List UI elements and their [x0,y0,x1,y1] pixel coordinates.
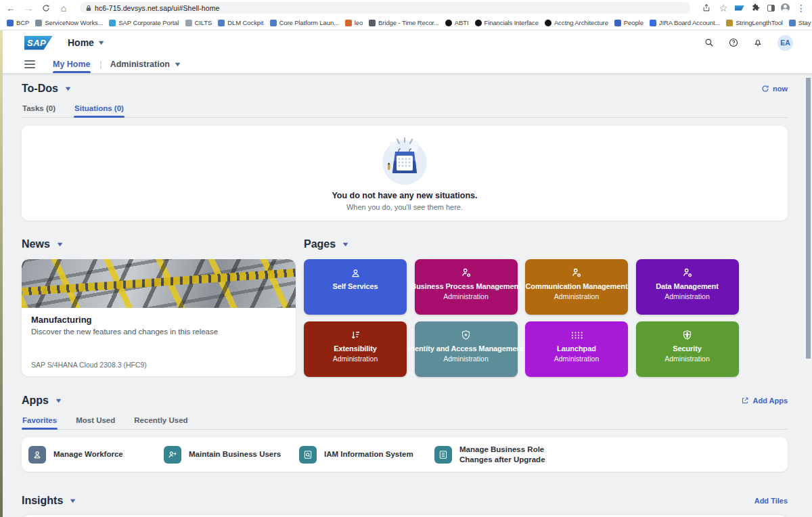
desktop-edge-strip [0,30,3,517]
app-maintain-business-users[interactable]: Maintain Business Users [164,446,299,464]
bookmark-favicon [345,20,352,26]
add-tiles-button[interactable]: Add Tiles [754,497,788,505]
person-gear-icon [461,267,472,279]
user-avatar[interactable]: EA [777,35,793,51]
tile-security[interactable]: Security Administration [636,321,739,377]
page-content: To-Dos ▼ now Tasks (0) Situations (0) [0,73,812,517]
bookmark-favicon [270,20,277,26]
sap-extension-icon[interactable] [735,5,744,11]
todos-section-title[interactable]: To-Dos ▼ [22,83,71,95]
browser-profile-icon[interactable] [781,3,790,12]
tab-tasks[interactable]: Tasks (0) [22,102,56,117]
tile-data-management[interactable]: Data Management Administration [636,259,739,315]
bookmark-favicon [789,20,796,26]
person-gear-icon [571,267,582,279]
side-panel-icon[interactable] [767,5,775,12]
add-apps-icon [741,397,749,405]
app-manage-business-role-changes[interactable]: Manage Business Role Changes after Upgra… [434,445,570,464]
shell-tab-administration[interactable]: Administration ▼ [110,55,181,73]
sort-icon [350,329,361,341]
browser-actions: ☆ ⋮ [701,3,807,14]
chevron-down-icon: ▼ [64,85,72,92]
shell-header: SAP Home ▼ EA My Home [0,30,812,73]
tile-business-process-management[interactable]: Business Process Management Administrati… [415,259,518,315]
empty-state-subtitle: When you do, you'll see them here. [346,203,463,211]
reload-icon[interactable] [41,3,51,14]
tab-favorites[interactable]: Favorites [22,413,58,429]
insights-section-title[interactable]: Insights ▼ [22,495,76,507]
share-icon[interactable] [701,3,712,14]
notifications-bell-icon[interactable] [753,38,763,47]
shell-title-menu[interactable]: Home ▼ [68,37,104,48]
bookmark-favicon [445,20,452,26]
bookmark[interactable]: Acctng Architecture [545,19,608,26]
help-icon[interactable] [729,38,738,47]
hamburger-menu-icon[interactable] [24,60,35,68]
person-icon [28,446,46,464]
news-card-image [22,259,296,308]
extensions-puzzle-icon[interactable] [750,3,761,14]
list-icon [434,446,452,464]
bookmark[interactable]: People [614,19,644,26]
app-manage-workforce[interactable]: Manage Workforce [28,446,164,464]
menu-dots-icon[interactable]: ⋮ [796,3,807,14]
news-section-title[interactable]: News ▼ [22,238,296,250]
chevron-down-icon[interactable]: ▼ [173,61,181,68]
tile-identity-access-management[interactable]: Identity and Access Management Administr… [415,321,518,377]
page-scrollbar[interactable] [806,78,811,359]
tab-situations[interactable]: Situations (0) [74,102,125,117]
tile-launchpad[interactable]: Launchpad Administration [525,321,628,377]
chevron-down-icon: ▼ [341,241,349,248]
bookmark[interactable]: DLM Cockpit [218,19,263,26]
bookmark[interactable]: JIRA Board Account... [650,19,720,26]
news-card[interactable]: Manufacturing Discover the new features … [22,259,296,376]
person-gear-icon [682,267,693,279]
bookmark-favicon [7,20,14,26]
forward-icon: → [23,3,34,14]
back-icon[interactable]: ← [5,3,16,14]
refresh-icon [761,85,769,93]
tile-self-services[interactable]: Self Services [304,259,407,315]
bookmark[interactable]: SAP Corporate Portal [109,19,179,26]
tile-extensibility[interactable]: Extensibility Administration [304,321,407,377]
grid-icon [571,329,583,341]
bookmark[interactable]: Financials Interface [475,19,539,26]
news-card-description: Discover the new features and changes in… [31,328,286,336]
bookmark-favicon [185,20,192,26]
bookmark[interactable]: Stay Hungy and Ski... [789,19,812,26]
shield-star-icon [461,329,471,341]
tile-communication-management[interactable]: Communication Management Administration [525,259,628,315]
sap-logo[interactable]: SAP [24,36,53,50]
bookmark-favicon [218,20,225,26]
home-icon[interactable]: ⌂ [58,3,69,14]
pages-section-title[interactable]: Pages ▼ [304,238,739,250]
empty-state-title: You do not have any new situations. [332,191,477,200]
bookmark-favicon [35,20,42,26]
person-icon [351,267,361,279]
bookmark[interactable]: ABTI [445,19,469,26]
shield-globe-icon [682,329,692,341]
bookmark-favicon [614,20,621,26]
bookmark[interactable]: StringLengthTool [726,19,783,26]
todos-tabs: Tasks (0) Situations (0) [22,102,788,118]
shell-tab-my-home[interactable]: My Home [53,55,91,73]
search-icon[interactable] [704,38,714,47]
bookmark[interactable]: Bridge - Time Recor... [369,19,439,26]
bookmark[interactable]: leo [345,19,363,26]
address-bar[interactable]: hc6-715.devsys.net.sap/ui#Shell-home [80,2,690,14]
bookmark-favicon [545,20,551,26]
apps-section-title[interactable]: Apps ▼ [22,395,62,407]
bookmarks-bar: BCP ServiceNow Works... SAP Corporate Po… [0,16,812,30]
bookmark[interactable]: CILTS [185,19,212,26]
tab-recently-used[interactable]: Recently Used [133,413,188,429]
bookmark[interactable]: BCP [7,19,29,26]
add-apps-button[interactable]: Add Apps [741,397,788,405]
app-iam-information-system[interactable]: IAM Information System [299,446,434,464]
tab-most-used[interactable]: Most Used [75,413,116,429]
bookmark[interactable]: ServiceNow Works... [35,19,103,26]
bookmark[interactable]: Core Platform Laun... [270,19,339,26]
chevron-down-icon: ▼ [55,241,64,248]
todos-refresh-button[interactable]: now [761,85,788,93]
url-text: hc6-715.devsys.net.sap/ui#Shell-home [95,4,220,12]
bookmark-star-icon[interactable]: ☆ [718,3,729,14]
